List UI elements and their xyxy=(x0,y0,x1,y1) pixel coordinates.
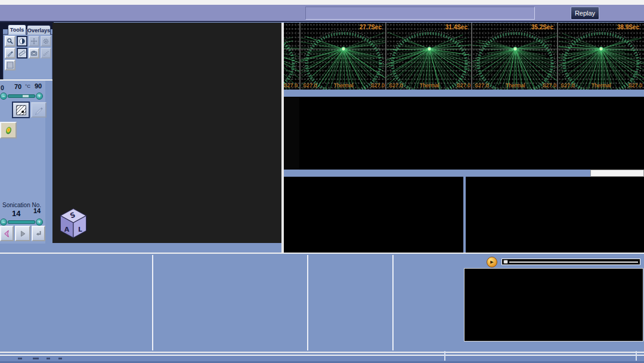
sonications-section xyxy=(394,254,471,352)
thermal-image: 27.7SecS27.0ThermalS27.0 xyxy=(301,23,385,90)
replay-play-button[interactable]: ▶ xyxy=(487,257,497,267)
sonication-minus-button[interactable]: − xyxy=(0,219,7,226)
pan-tool-button xyxy=(29,36,39,47)
bottom-strip xyxy=(0,353,644,363)
draw-tool-button[interactable] xyxy=(5,48,16,59)
thermal-slice-label: S27.0 xyxy=(456,82,470,88)
tools-panel xyxy=(3,34,52,80)
hatch-pattern-icon xyxy=(16,105,26,115)
temp-scale-min: 0 xyxy=(1,84,4,91)
measure-tool-button[interactable] xyxy=(17,48,27,59)
thermal-image-tile[interactable]: 38.9SecS27.0ThermalS27.0 xyxy=(557,23,644,90)
cube-face-left: A xyxy=(64,226,70,233)
play-icon: ▶ xyxy=(490,260,493,264)
thermal-slice-label: S27.0 xyxy=(628,82,642,88)
return-button[interactable] xyxy=(32,226,45,241)
next-sonication-button[interactable] xyxy=(15,226,30,241)
thermal-map-button[interactable] xyxy=(0,122,17,139)
previous-sonication-button[interactable] xyxy=(0,226,14,241)
strip-tick xyxy=(444,351,445,361)
temp-scale-plus-button[interactable]: + xyxy=(36,93,43,100)
power-section xyxy=(153,254,307,352)
left-control-panel: 0 70 °C 90 − + Sonication No. 14 14 − + xyxy=(0,81,45,244)
thermal-slice-label: S27.0 xyxy=(284,82,298,88)
thermal-image: 38.9SecS27.0ThermalS27.0 xyxy=(558,23,644,90)
thermal-type-label: Thermal xyxy=(505,82,525,88)
texture-tool-icon xyxy=(7,61,14,69)
dose-pattern-button[interactable] xyxy=(12,101,30,118)
thermal-image-tile[interactable]: S27.0ThermalS27.0 xyxy=(284,23,299,90)
cube-face-right: L xyxy=(78,226,82,233)
strip-mark xyxy=(47,358,50,359)
thermal-image: S27.0ThermalS27.0 xyxy=(284,23,299,90)
thermal-map-icon xyxy=(4,125,14,136)
thermal-image-tile[interactable]: 27.7SecS27.0ThermalS27.0 xyxy=(299,23,385,90)
snapshot-tool-button[interactable] xyxy=(29,48,39,59)
thermal-render xyxy=(284,23,299,90)
thermal-slice-label: S27.0 xyxy=(475,82,489,88)
thermal-slice-label: S27.0 xyxy=(561,82,575,88)
return-icon xyxy=(34,229,43,238)
previous-icon xyxy=(2,229,11,238)
strip-mark xyxy=(58,358,62,359)
thermal-render xyxy=(301,23,385,90)
thermal-type-label: Thermal xyxy=(333,82,353,88)
contrast-tool-button[interactable] xyxy=(17,36,27,47)
mri-image xyxy=(284,97,299,170)
tab-overlays[interactable]: Overlays xyxy=(27,25,51,35)
pan-tool-icon xyxy=(30,38,38,45)
strip-mark xyxy=(18,358,22,359)
sonication-no-max: 14 xyxy=(33,207,41,214)
temperature-chart xyxy=(284,177,463,253)
thermal-image-tile[interactable]: 31.4SecS27.0ThermalS27.0 xyxy=(385,23,471,90)
sonication-plus-button[interactable]: + xyxy=(36,219,43,226)
slider-thumb[interactable] xyxy=(503,260,508,264)
draw-tool-icon xyxy=(7,50,14,57)
scrollbar-stub xyxy=(590,170,644,177)
tab-tools[interactable]: Tools xyxy=(8,24,26,35)
tool-grid xyxy=(5,36,52,78)
measure-tool-icon xyxy=(18,50,26,57)
mri-image-row xyxy=(284,97,644,170)
thermal-time-label: 31.4Sec xyxy=(445,24,467,30)
replay-button[interactable]: Replay xyxy=(571,7,599,20)
thermal-type-label: Thermal xyxy=(419,82,439,88)
temp-scale-max: 90 xyxy=(35,82,42,90)
contrast-tool-icon xyxy=(18,38,26,45)
texture-tool-button[interactable] xyxy=(5,60,16,70)
snapshot-tool-icon xyxy=(30,50,38,57)
thermal-type-label: Thermal xyxy=(591,82,611,88)
scatter-tool-icon xyxy=(42,50,49,57)
acoustic-spectrum-chart xyxy=(466,177,644,253)
orientation-cube[interactable]: S A L xyxy=(57,207,89,241)
thermal-time-label: 38.9Sec xyxy=(617,24,639,30)
thermal-slice-label: S27.0 xyxy=(542,82,556,88)
mrgfus-replay-screen: Replay Tools Overlays 0 70 °C 90 − + Son… xyxy=(0,0,644,363)
thermal-time-label: 27.7Sec xyxy=(360,24,382,30)
sonication-slider[interactable] xyxy=(8,220,35,224)
thermal-render xyxy=(386,23,471,90)
pencil-icon xyxy=(34,105,44,115)
thermal-image: 35.2SecS27.0ThermalS27.0 xyxy=(472,23,557,90)
orientation-cube-graphic: S A L xyxy=(57,207,89,241)
3d-viewport[interactable]: S A L xyxy=(52,23,281,243)
mri-image-tile[interactable] xyxy=(284,97,299,170)
thermal-image-tile[interactable]: 35.2SecS27.0ThermalS27.0 xyxy=(471,23,557,90)
strip-band xyxy=(0,356,644,361)
settings-tool-button xyxy=(41,36,51,47)
temp-scale-slider[interactable] xyxy=(8,94,35,98)
zoom-tool-button[interactable] xyxy=(5,36,16,47)
replay-progress-slider[interactable] xyxy=(501,259,640,265)
slider-track xyxy=(509,262,638,263)
strip-tick xyxy=(636,351,637,361)
bottom-parameter-panel: ▶ xyxy=(0,253,644,353)
temp-scale-unit: °C xyxy=(25,84,30,89)
acoustic-score-chart xyxy=(464,268,643,342)
temp-scale-minus-button[interactable]: − xyxy=(0,93,7,100)
orientation-section xyxy=(310,254,394,352)
draw-roi-button[interactable] xyxy=(31,102,47,118)
scatter-tool-button xyxy=(41,48,51,59)
next-icon xyxy=(18,229,27,238)
window-top-strip xyxy=(0,0,644,5)
thermal-slice-label: S27.0 xyxy=(389,82,403,88)
